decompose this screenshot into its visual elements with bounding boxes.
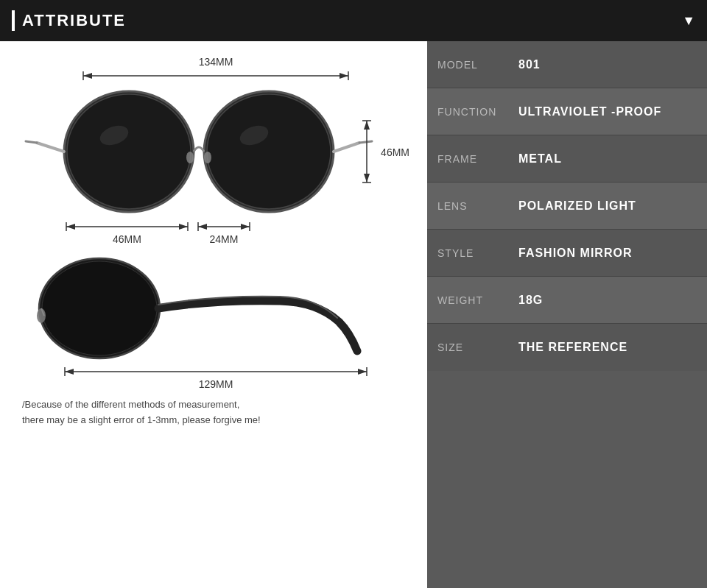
height-label: 46MM (381, 146, 409, 158)
svg-line-15 (359, 141, 372, 143)
spec-row-size: SIZETHE REFERENCE (427, 324, 707, 371)
left-panel: 134MM (0, 41, 427, 588)
lens-width-arrow (63, 220, 191, 233)
top-diagram: 134MM (22, 56, 409, 245)
top-width-arrow (76, 69, 356, 82)
svg-point-6 (67, 94, 191, 209)
side-length-arrow (57, 365, 374, 378)
spec-row-model: MODEL801 (427, 41, 707, 88)
top-width-label: 134MM (199, 56, 233, 68)
bridge-width-measurement: 24MM (194, 220, 253, 245)
spec-label-2: FRAME (427, 135, 508, 182)
spec-value-0: 801 (508, 41, 707, 88)
chevron-down-icon[interactable]: ▼ (682, 13, 695, 29)
header: ATTRIBUTE ▼ (0, 0, 707, 41)
disclaimer-text: /Because of the different methods of mea… (22, 397, 409, 428)
header-pipe-icon (12, 10, 15, 31)
top-width-measurement: 134MM (22, 56, 409, 82)
header-title: ATTRIBUTE (22, 11, 126, 30)
spec-label-5: WEIGHT (427, 277, 508, 323)
svg-marker-31 (198, 224, 207, 230)
side-diagram: 129MM (22, 255, 409, 390)
side-length-measurement: 129MM (22, 365, 409, 390)
lens-width-measurement: 46MM (63, 220, 191, 245)
spec-value-1: ULTRAVIOLET -PROOF (508, 88, 707, 135)
svg-marker-21 (364, 121, 370, 130)
bridge-width-arrow (194, 220, 253, 233)
svg-line-14 (334, 143, 359, 152)
svg-point-16 (186, 152, 194, 163)
spec-row-lens: LENSPOLARIZED LIGHT (427, 183, 707, 230)
height-measurement: 46MM (381, 146, 409, 158)
spec-row-weight: WEIGHT18G (427, 277, 707, 324)
svg-marker-4 (340, 73, 348, 79)
bridge-width-label: 24MM (210, 233, 239, 245)
spec-value-3: POLARIZED LIGHT (508, 183, 707, 229)
bottom-measurements: 46MM 24MM (22, 220, 409, 245)
main-content: 134MM (0, 41, 707, 588)
spec-row-function: FUNCTIONULTRAVIOLET -PROOF (427, 88, 707, 135)
spec-label-6: SIZE (427, 324, 508, 371)
specs-panel: MODEL801FUNCTIONULTRAVIOLET -PROOFFRAMEM… (427, 41, 707, 588)
svg-point-17 (204, 152, 211, 163)
svg-marker-26 (66, 224, 75, 230)
spec-label-3: LENS (427, 183, 508, 229)
glasses-top-view-container: 46MM (22, 84, 409, 220)
spec-label-4: STYLE (427, 230, 508, 276)
lens-width-label: 46MM (113, 233, 141, 245)
spec-row-style: STYLEFASHION MIRROR (427, 230, 707, 277)
svg-marker-27 (179, 224, 188, 230)
glasses-side-view-svg (22, 255, 368, 369)
svg-marker-3 (83, 73, 92, 79)
svg-marker-22 (364, 174, 370, 183)
spec-value-6: THE REFERENCE (508, 324, 707, 371)
svg-line-13 (26, 141, 37, 143)
svg-marker-41 (358, 369, 367, 375)
svg-marker-32 (241, 224, 250, 230)
spec-value-4: FASHION MIRROR (508, 230, 707, 276)
side-length-label: 129MM (199, 378, 233, 390)
spec-label-1: FUNCTION (427, 88, 508, 135)
svg-point-9 (207, 94, 331, 209)
spec-row-frame: FRAMEMETAL (427, 135, 707, 183)
spec-label-0: MODEL (427, 41, 508, 88)
svg-point-34 (42, 261, 157, 355)
header-title-group: ATTRIBUTE (12, 10, 126, 31)
svg-marker-40 (65, 369, 74, 375)
svg-point-35 (37, 308, 46, 323)
glasses-top-view-svg (22, 84, 376, 220)
spec-value-2: METAL (508, 135, 707, 182)
spec-value-5: 18G (508, 277, 707, 323)
svg-line-12 (37, 143, 64, 152)
